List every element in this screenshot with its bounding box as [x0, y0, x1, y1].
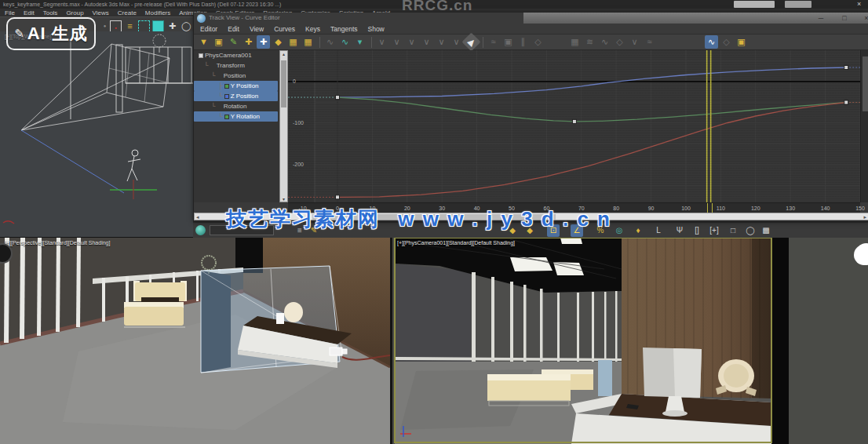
viewport-physcamera[interactable]: [+][PhysCamera001][Standard][Default Sha…	[390, 238, 868, 444]
maximize-icon[interactable]: □	[836, 13, 853, 23]
zoom-icon[interactable]: ▩	[760, 224, 772, 237]
maximize-viewport-icon[interactable]: □	[727, 224, 739, 237]
ce-menu-item-1[interactable]: Edit	[228, 25, 239, 33]
zoom-extents-all-icon[interactable]: [+]	[708, 224, 720, 237]
close-icon[interactable]: ×	[858, 13, 868, 23]
draw-curves-icon[interactable]: ✎	[227, 35, 240, 49]
scroll-left-icon[interactable]: ◂	[196, 213, 199, 220]
menu-item-5[interactable]: Create	[118, 9, 137, 16]
curve-editor-titlebar[interactable]: ─ □ ×	[523, 13, 868, 24]
tree-scrollbar[interactable]: ▴ ▾	[279, 50, 288, 202]
scale-keys-icon[interactable]: ▦	[286, 35, 300, 49]
track-icon	[224, 115, 229, 119]
sofa-front	[487, 374, 571, 406]
ease-curve-icon[interactable]: ∿	[598, 35, 611, 49]
tree-row-y-position[interactable]: ├Y Position	[194, 81, 278, 91]
menu-item-3[interactable]: Group	[66, 9, 83, 16]
ruler-frame-130: 130	[782, 206, 798, 211]
menu-item-1[interactable]: Edit	[24, 9, 35, 16]
tree-scroll-thumb[interactable]	[281, 60, 286, 107]
ce-menu-item-3[interactable]: Curves	[274, 25, 295, 33]
window-glass	[395, 264, 471, 362]
reduce-keys-icon[interactable]: ▾	[353, 35, 367, 49]
tangent-fast-icon[interactable]: ∨	[405, 35, 418, 49]
menu-item-0[interactable]: File	[5, 9, 15, 16]
parameter-curve-icon[interactable]: ∨	[628, 35, 641, 49]
menu-item-2[interactable]: Tools	[43, 9, 58, 16]
window-crossing-icon[interactable]	[152, 20, 164, 32]
scroll-right-icon[interactable]: ▸	[863, 213, 866, 220]
select-by-name-icon[interactable]: ≡	[124, 20, 136, 32]
region-tool-icon[interactable]: ▦	[568, 35, 582, 49]
menu-item-4[interactable]: Views	[93, 9, 109, 16]
maxscript-icon[interactable]	[195, 225, 206, 235]
buffer-curves-icon[interactable]: ≈	[487, 35, 500, 49]
ce-menu-item-5[interactable]: Tangents	[330, 25, 358, 33]
curve-editor-window-icon	[197, 14, 206, 23]
tree-row-z-position[interactable]: └Z Position	[194, 91, 278, 101]
insert-keys-icon[interactable]: ∿	[323, 35, 337, 49]
ce-menu-item-6[interactable]: Show	[368, 25, 385, 33]
monitor	[276, 313, 284, 324]
select-rotate-icon[interactable]: ◯	[181, 20, 192, 32]
tangent-slow-icon[interactable]: ∨	[420, 35, 433, 49]
lock-selection-icon[interactable]: ▣	[212, 35, 225, 49]
3dsmax-application: keys_keyframe_Segments.max - Autodesk 3d…	[0, 0, 868, 444]
multiplier-curve-icon[interactable]: ◇	[613, 35, 626, 49]
toolbar-separator	[319, 37, 320, 48]
show-buffer-icon[interactable]: ▣	[501, 35, 515, 49]
show-all-tangents-icon[interactable]: ◇	[720, 35, 733, 49]
tree-row-transform[interactable]: └Transform	[194, 60, 287, 71]
euler-filter-icon[interactable]: ≈	[643, 35, 656, 49]
select-move-icon[interactable]: ✚	[166, 20, 178, 32]
move-keys-active-icon[interactable]: ✚	[257, 35, 270, 49]
titlebar-tab[interactable]	[734, 1, 775, 8]
simplify-curve-icon[interactable]: ∿	[338, 35, 352, 49]
blue-cabinet	[598, 360, 612, 396]
rrcg-watermark: RRCG.cn	[402, 0, 472, 14]
reduce-icon[interactable]: ◇	[531, 35, 545, 49]
menu-item-6[interactable]: Modifiers	[145, 9, 170, 16]
tree-row-position[interactable]: └Position	[194, 71, 287, 81]
ce-menu-item-2[interactable]: View	[250, 25, 264, 33]
pan-hand-icon[interactable]: Ψ	[673, 224, 686, 237]
scroll-up-icon[interactable]: ▴	[280, 51, 287, 56]
ce-menu-item-0[interactable]: Editor	[200, 25, 217, 33]
viewport-perspective[interactable]: [+][Perspective][Standard][Default Shadi…	[0, 238, 390, 444]
viewport-label[interactable]: [+][Perspective][Standard][Default Shadi…	[5, 240, 110, 246]
ce-menu-item-4[interactable]: Keys	[305, 25, 320, 33]
graph-vscroll-thumb[interactable]	[863, 56, 868, 111]
select-object-icon[interactable]: ▪	[110, 20, 122, 32]
tangent-auto-icon[interactable]: ∨	[375, 35, 388, 49]
titlebar-tab-2[interactable]	[785, 1, 811, 8]
zoom-region-icon[interactable]: ◯	[744, 224, 757, 237]
viewport-label[interactable]: [+][PhysCamera001][Standard][Default Sha…	[397, 240, 515, 246]
retime-tool-icon[interactable]: ≋	[583, 35, 596, 49]
slide-keys-icon[interactable]: ◆	[272, 35, 285, 49]
tree-row-y-rotation[interactable]: └Y Rotation	[194, 111, 278, 122]
viewport-top-wireframe[interactable]: [+][Top][Wireframe]	[0, 31, 193, 238]
select-cursor-icon[interactable]: ▶	[461, 32, 480, 51]
tangent-spline-icon[interactable]: ∨	[390, 35, 403, 49]
tree-row-physcamera001[interactable]: PhysCamera001	[194, 50, 287, 60]
controller-tree[interactable]: PhysCamera001└Transform└Position├Y Posit…	[194, 50, 288, 202]
show-tangents-active-icon[interactable]: ∿	[705, 35, 718, 49]
function-curve-graph[interactable]: 0-100-200	[288, 50, 860, 202]
tangent-linear-icon[interactable]: ∨	[450, 35, 463, 49]
swap-buffer-icon[interactable]: ∥	[516, 35, 530, 49]
zoom-extents-icon[interactable]: []	[691, 224, 703, 237]
track-icon	[224, 94, 229, 99]
curve-editor-menubar: EditorEditViewCurvesKeysTangentsShow	[194, 24, 868, 35]
app-close-icon[interactable]: ×	[857, 0, 861, 9]
selection-region-icon[interactable]	[138, 20, 150, 32]
tangent-step-icon[interactable]: ∨	[435, 35, 448, 49]
scale-values-icon[interactable]: ▦	[301, 35, 315, 49]
graph-vertical-scrollbar[interactable]	[860, 50, 868, 202]
svg-text:-100: -100	[293, 120, 304, 126]
move-keys-icon[interactable]: ✚	[242, 35, 255, 49]
filter-icon[interactable]: ▼	[197, 35, 210, 49]
scroll-down-icon[interactable]: ▾	[280, 196, 287, 202]
tree-row-rotation[interactable]: └Rotation	[194, 101, 287, 111]
minimize-icon[interactable]: ─	[812, 13, 830, 23]
lock-tangents-icon[interactable]: ▣	[735, 35, 748, 49]
